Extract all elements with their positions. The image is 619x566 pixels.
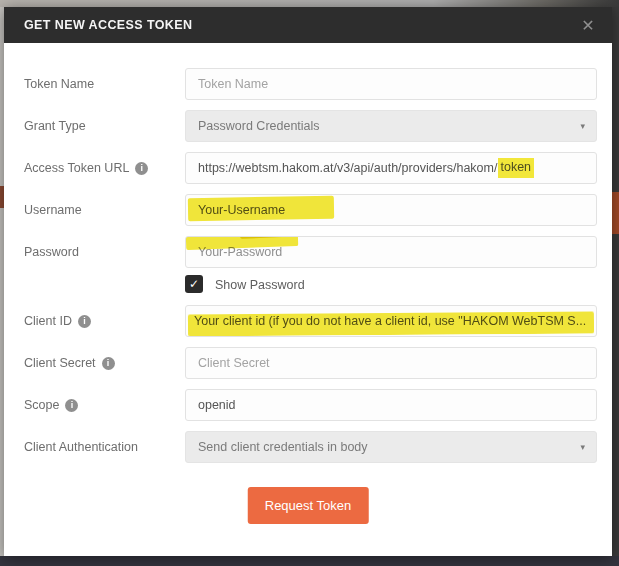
client-authentication-row: Client Authentication Send client creden… (4, 431, 612, 463)
client-authentication-select[interactable]: Send client credentials in body ▾ (185, 431, 597, 463)
password-label: Password (24, 245, 79, 259)
access-token-url-label: Access Token URL i (24, 161, 148, 175)
info-icon: i (78, 315, 91, 328)
get-new-access-token-dialog: GET NEW ACCESS TOKEN ✕ Token Name Grant … (4, 7, 612, 556)
show-password-row: ✓ Show Password (4, 275, 612, 295)
scope-input[interactable]: openid (185, 389, 597, 421)
close-icon[interactable]: ✕ (576, 7, 600, 43)
backdrop-right-speck (612, 192, 619, 234)
info-icon: i (135, 162, 148, 175)
username-row: Username Your-Username (4, 194, 612, 226)
show-password-checkbox[interactable]: ✓ (185, 275, 203, 293)
chevron-down-icon: ▾ (580, 442, 585, 452)
client-authentication-value: Send client credentials in body (198, 440, 368, 454)
username-value: Your-Username (198, 203, 285, 217)
show-password-label: Show Password (215, 278, 305, 292)
password-marker-top-stroke (240, 236, 324, 239)
client-authentication-label: Client Authentication (24, 440, 138, 454)
client-id-label: Client ID i (24, 314, 91, 328)
access-token-url-row: Access Token URL i https://webtsm.hakom.… (4, 152, 612, 184)
password-input[interactable]: Your-Password (185, 236, 597, 268)
password-value: Your-Password (198, 245, 282, 259)
username-label: Username (24, 203, 82, 217)
grant-type-value: Password Credentials (198, 119, 320, 133)
backdrop-top-strip (0, 0, 619, 7)
token-name-row: Token Name (4, 68, 612, 100)
client-id-value: Your client id (if you do not have a cli… (194, 314, 586, 328)
client-id-input[interactable]: Your client id (if you do not have a cli… (185, 305, 597, 337)
scope-value: openid (198, 398, 236, 412)
client-secret-label: Client Secret i (24, 356, 115, 370)
grant-type-label: Grant Type (24, 119, 86, 133)
scope-row: Scope i openid (4, 389, 612, 421)
info-icon: i (102, 357, 115, 370)
scope-label: Scope i (24, 398, 78, 412)
client-id-row: Client ID i Your client id (if you do no… (4, 305, 612, 337)
grant-type-row: Grant Type Password Credentials ▾ (4, 110, 612, 142)
url-text: https://webtsm.hakom.at/v3/api/auth/prov… (198, 161, 497, 175)
token-name-input[interactable] (185, 68, 597, 100)
dialog-header: GET NEW ACCESS TOKEN ✕ (4, 7, 612, 43)
info-icon: i (65, 399, 78, 412)
backdrop-bottom-strip (0, 556, 619, 566)
dialog-title: GET NEW ACCESS TOKEN (24, 18, 192, 32)
url-token-highlight: token (498, 158, 534, 178)
client-secret-input[interactable] (185, 347, 597, 379)
chevron-down-icon: ▾ (580, 121, 585, 131)
password-row: Password Your-Password (4, 236, 612, 268)
request-token-button[interactable]: Request Token (248, 487, 369, 524)
client-secret-row: Client Secret i (4, 347, 612, 379)
grant-type-select[interactable]: Password Credentials ▾ (185, 110, 597, 142)
access-token-url-input[interactable]: https://webtsm.hakom.at/v3/api/auth/prov… (185, 152, 597, 184)
backdrop-right-strip (612, 7, 619, 556)
username-input[interactable]: Your-Username (185, 194, 597, 226)
token-name-label: Token Name (24, 77, 94, 91)
